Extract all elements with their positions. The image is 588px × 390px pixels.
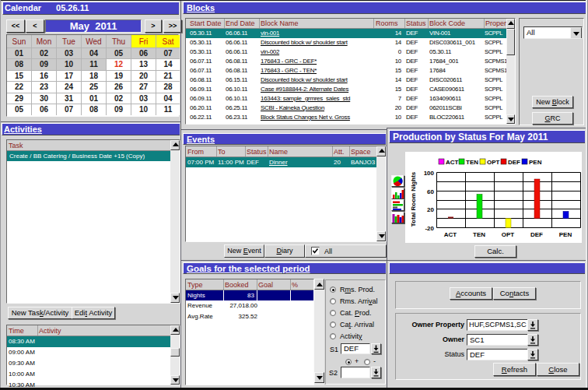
svg-text:OPT: OPT (487, 159, 500, 166)
svg-text:ACT: ACT (444, 231, 457, 238)
svg-text:60: 60 (427, 188, 434, 195)
svg-text:20: 20 (427, 206, 434, 213)
svg-text:Total Room Nights: Total Room Nights (410, 171, 417, 227)
svg-text:DEF: DEF (508, 159, 520, 166)
svg-text:DEF: DEF (530, 231, 543, 238)
svg-text:OPT: OPT (502, 231, 515, 238)
svg-text:TEN: TEN (473, 231, 485, 238)
svg-text:TEN: TEN (466, 159, 478, 166)
svg-text:-20: -20 (425, 225, 434, 232)
svg-text:100: 100 (424, 170, 435, 177)
svg-text:ACT: ACT (446, 159, 459, 166)
svg-text:PEN: PEN (529, 159, 542, 166)
svg-text:PEN: PEN (559, 231, 572, 238)
